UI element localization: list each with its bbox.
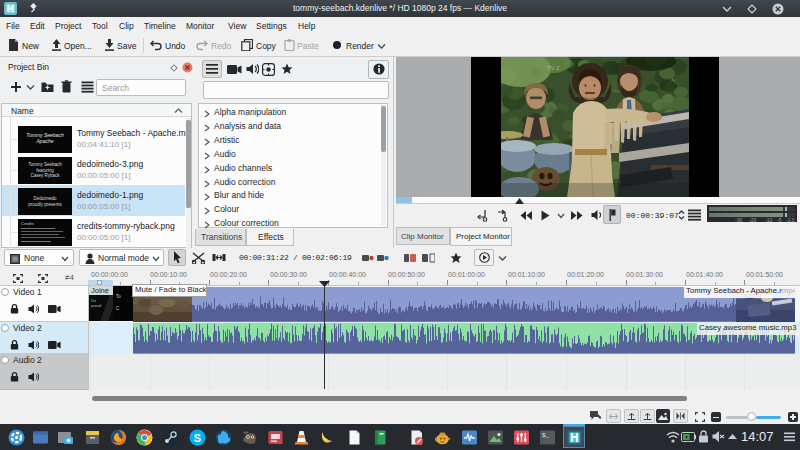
svg-text:TV 2: TV 2 bbox=[547, 65, 560, 71]
svg-text:$_: $_ bbox=[542, 432, 550, 439]
svg-text:S: S bbox=[194, 432, 201, 444]
